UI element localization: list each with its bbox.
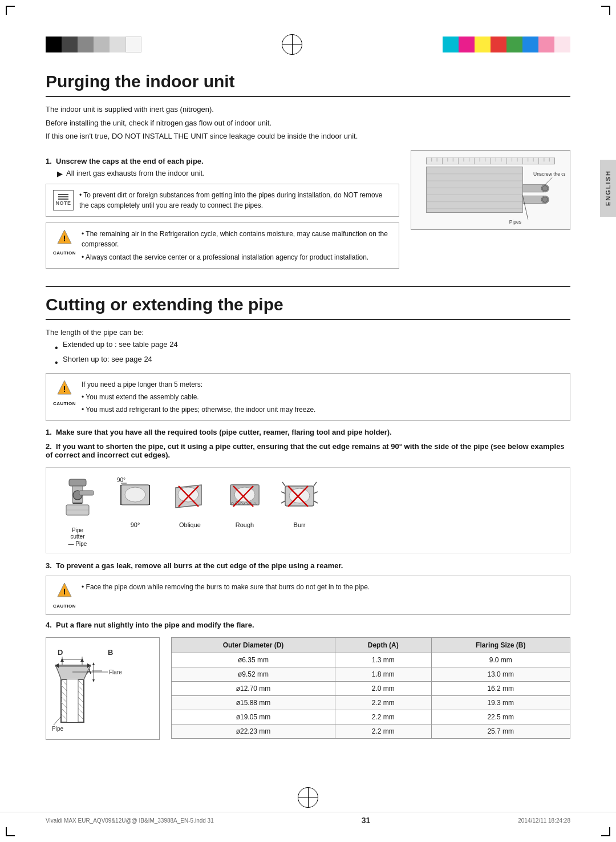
pipe-cutter-svg — [52, 473, 103, 525]
mark-pink — [538, 37, 554, 52]
page-footer: Vivaldi MAX EUR_AQV09&12U@@ IB&IM_33988A… — [0, 812, 616, 825]
flare-table-cell: 1.3 mm — [335, 653, 431, 667]
cutting-step3: 3. To prevent a gas leak, remove all bur… — [46, 561, 570, 570]
svg-rect-47 — [69, 479, 86, 486]
page-container: ENGLISH Purging the indoor unit The indo… — [0, 0, 616, 842]
cutting-step4: 4. Put a flare nut slightly into the pip… — [46, 621, 570, 629]
svg-rect-103 — [67, 679, 78, 722]
flare-table-cell: 16.2 mm — [431, 682, 570, 696]
flare-table-cell: 2.0 mm — [335, 682, 431, 696]
note-icon: NOTE — [53, 190, 74, 211]
flare-table-cell: 1.8 mm — [335, 667, 431, 682]
burr-cut-diagram: Burr — [277, 473, 322, 528]
svg-line-71 — [281, 501, 285, 503]
correct-cut-label: 90° — [131, 521, 140, 528]
svg-line-89 — [61, 679, 67, 685]
corner-mark-bl — [6, 827, 15, 836]
top-crosshair — [282, 34, 302, 55]
svg-marker-83 — [60, 658, 64, 662]
left-color-marks — [46, 37, 141, 52]
flare-table-cell: 9.0 mm — [431, 653, 570, 667]
svg-point-37 — [542, 185, 548, 191]
caution-item-1: • The remaining air in the Refrigeration… — [82, 229, 392, 249]
mark-cyan — [443, 37, 459, 52]
svg-text:Unscrew the caps: Unscrew the caps — [533, 171, 565, 176]
svg-line-70 — [281, 492, 285, 493]
section2-intro: The length of the pipe can be: — [46, 327, 570, 338]
flare-table-row: ø12.70 mm2.0 mm16.2 mm — [172, 682, 570, 696]
svg-line-69 — [282, 482, 285, 486]
flare-table-header-flaring: Flaring Size (B) — [431, 638, 570, 653]
mark-red — [491, 37, 506, 52]
rough-cut-diagram: Rough — [222, 473, 268, 528]
rough-cut-svg — [222, 473, 268, 519]
flare-table-cell: ø9.52 mm — [172, 667, 335, 682]
corner-mark-tr — [601, 6, 610, 15]
flare-table-cell: ø12.70 mm — [172, 682, 335, 696]
note-box: NOTE • To prevent dirt or foreign substa… — [46, 184, 399, 217]
section1-title: Purging the indoor unit — [46, 72, 570, 97]
flare-table-cell: 19.3 mm — [431, 696, 570, 710]
note-icon-line2 — [58, 196, 68, 197]
note-icon-line3 — [58, 199, 68, 200]
flare-table-header-od: Outer Diameter (D) — [172, 638, 335, 653]
mark-green — [506, 37, 522, 52]
note-icon-line1 — [58, 194, 68, 195]
note-label: NOTE — [55, 200, 71, 206]
svg-point-40 — [542, 197, 548, 202]
caution-item-2: • Always contact the service center or a… — [82, 252, 392, 262]
caution-triangle2-svg: ! — [56, 379, 72, 395]
burr-label: Burr — [294, 521, 306, 528]
cutting-step1: 1. Make sure that you have all the requi… — [46, 428, 570, 436]
flare-diagram-svg: D B A — [51, 642, 153, 734]
flare-table-cell: 2.2 mm — [335, 724, 431, 739]
svg-text:Pipes: Pipes — [509, 219, 521, 225]
flare-table-row: ø9.52 mm1.8 mm13.0 mm — [172, 667, 570, 682]
svg-point-57 — [125, 487, 145, 502]
flare-table-row: ø19.05 mm2.2 mm22.5 mm — [172, 710, 570, 724]
page-number: 31 — [362, 816, 371, 825]
bullet-dot-2: • — [55, 358, 58, 367]
caution-text-3: • Face the pipe down while removing the … — [82, 582, 563, 592]
pipe-diagram: Pipes Unscrew the caps — [411, 150, 570, 230]
bullet-dot-1: • — [55, 343, 58, 353]
section-purging: Purging the indoor unit The indoor unit … — [46, 72, 570, 274]
caution-label-1: CAUTION — [53, 250, 76, 256]
section1-intro: The indoor unit is supplied with inert g… — [46, 104, 570, 142]
caution-text-1: • The remaining air in the Refrigeration… — [82, 229, 392, 262]
burr-cut-svg — [277, 473, 322, 519]
corner-mark-tl — [6, 6, 15, 15]
svg-text:!: ! — [63, 587, 66, 596]
flare-diagram: D B A — [46, 637, 160, 740]
oblique-label: Oblique — [179, 521, 201, 528]
flare-table-cell: 2.2 mm — [335, 710, 431, 724]
purging-step1-sub: ▶ All inert gas exhausts from the indoor… — [57, 169, 399, 178]
mark-white — [125, 37, 141, 52]
svg-text:B: B — [108, 648, 113, 657]
flare-table-cell: 22.5 mm — [431, 710, 570, 724]
bullet-text-1: Extended up to : see table page 24 — [63, 340, 178, 349]
caution-triangle3-svg: ! — [56, 582, 72, 598]
top-registration-marks — [46, 34, 570, 55]
mark-blue — [522, 37, 538, 52]
svg-rect-35 — [522, 184, 544, 192]
bullet-item-2: • Shorten up to: see page 24 — [55, 355, 570, 367]
svg-line-74 — [314, 501, 318, 503]
section2-bullets: • Extended up to : see table page 24 • S… — [55, 340, 570, 367]
caution-box-3: ! CAUTION • Face the pipe down while rem… — [46, 576, 570, 615]
svg-rect-51 — [79, 491, 94, 495]
svg-marker-84 — [80, 658, 84, 662]
right-color-marks — [443, 37, 570, 52]
svg-line-93 — [61, 702, 67, 708]
bullet-item-1: • Extended up to : see table page 24 — [55, 340, 570, 353]
caution-icon-2: ! CAUTION — [53, 379, 76, 406]
purging-right-col: Pipes Unscrew the caps — [411, 150, 570, 274]
mark-lighter-gray — [110, 37, 125, 52]
svg-text:!: ! — [63, 234, 66, 243]
flare-table-cell: ø22.23 mm — [172, 724, 335, 739]
oblique-cut-diagram: Oblique — [167, 473, 213, 528]
flare-table-cell: ø15.88 mm — [172, 696, 335, 710]
svg-text:Pipe: Pipe — [52, 726, 63, 732]
arrow-right-icon: ▶ — [57, 169, 63, 178]
cut-diagrams-row: Pipe cutter — Pipe 90° 90° — [46, 467, 570, 553]
